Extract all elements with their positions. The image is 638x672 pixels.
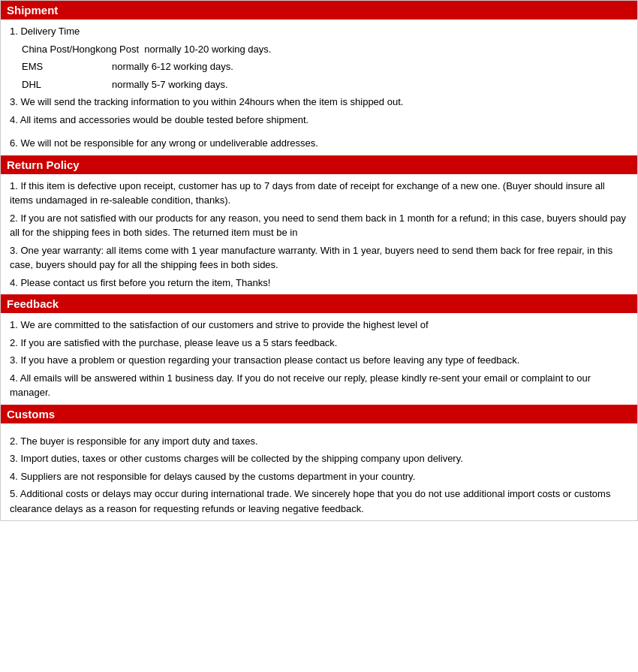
return-policy-section: 1. If this item is defective upon receip… (1, 174, 637, 295)
customs-item2: 2. The buyer is responsible for any impo… (7, 432, 631, 451)
feedback-item4: 4. All emails will be answered within 1 … (7, 369, 631, 402)
return-item2: 2. If you are not satisfied with our pro… (7, 209, 631, 242)
customs-item4: 4. Suppliers are not responsible for del… (7, 468, 631, 486)
dhl-row: DHL normally 5-7 working days. (7, 76, 631, 94)
customs-top-space (7, 426, 631, 432)
ems-row: EMS normally 6-12 working days. (7, 58, 631, 76)
feedback-item3: 3. If you have a problem or question reg… (7, 351, 631, 369)
customs-section: 2. The buyer is responsible for any impo… (1, 423, 637, 521)
delivery-time-label: 1. Delivery Time (7, 23, 631, 41)
shipment-item3: 3. We will send the tracking information… (7, 93, 631, 111)
customs-item3: 3. Import duties, taxes or other customs… (7, 450, 631, 468)
ems-name: EMS (22, 59, 112, 74)
return-policy-header: Return Policy (1, 155, 637, 174)
customs-item5: 5. Additional costs or delays may occur … (7, 485, 631, 517)
feedback-section: 1. We are committed to the satisfaction … (1, 313, 637, 405)
china-post-time: normally 10-20 working days. (144, 44, 271, 55)
ems-time: normally 6-12 working days. (112, 59, 233, 74)
feedback-item1: 1. We are committed to the satisfaction … (7, 316, 631, 334)
return-item3: 3. One year warranty: all items come wit… (7, 242, 631, 274)
shipment-item4: 4. All items and accessories would be do… (7, 111, 631, 129)
return-item4: 4. Please contact us first before you re… (7, 274, 631, 292)
china-post-row: China Post/Hongkong Post normally 10-20 … (7, 41, 631, 59)
shipment-divider (7, 128, 631, 134)
page-container: Shipment 1. Delivery Time China Post/Hon… (0, 0, 638, 521)
dhl-name: DHL (22, 77, 112, 92)
shipment-item6: 6. We will not be responsible for any wr… (7, 134, 631, 152)
feedback-header: Feedback (1, 294, 637, 313)
dhl-time: normally 5-7 working days. (112, 77, 228, 92)
china-post-name: China Post/Hongkong Post (22, 44, 139, 55)
shipment-header: Shipment (1, 1, 637, 20)
customs-header: Customs (1, 405, 637, 423)
feedback-item2: 2. If you are satisfied with the purchas… (7, 334, 631, 352)
shipment-section: 1. Delivery Time China Post/Hongkong Pos… (1, 20, 637, 155)
return-item1: 1. If this item is defective upon receip… (7, 177, 631, 209)
